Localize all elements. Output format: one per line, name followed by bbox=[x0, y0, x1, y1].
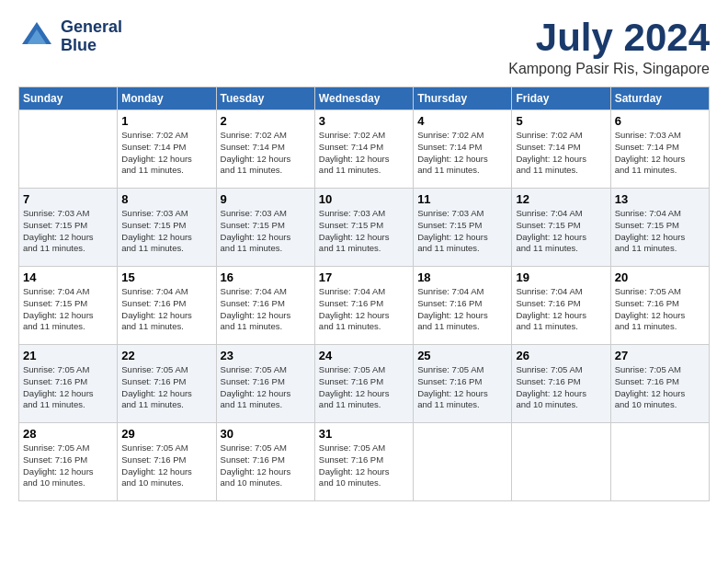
day-number: 11 bbox=[417, 192, 507, 206]
day-number: 19 bbox=[516, 270, 606, 284]
day-info: Sunrise: 7:04 AM Sunset: 7:16 PM Dayligh… bbox=[121, 286, 211, 333]
day-info: Sunrise: 7:05 AM Sunset: 7:16 PM Dayligh… bbox=[23, 364, 113, 411]
calendar-day-cell: 14Sunrise: 7:04 AM Sunset: 7:15 PM Dayli… bbox=[19, 267, 118, 345]
day-info: Sunrise: 7:03 AM Sunset: 7:14 PM Dayligh… bbox=[615, 130, 705, 177]
calendar-header-row: SundayMondayTuesdayWednesdayThursdayFrid… bbox=[19, 87, 710, 110]
calendar-day-cell: 3Sunrise: 7:02 AM Sunset: 7:14 PM Daylig… bbox=[314, 110, 413, 189]
day-number: 17 bbox=[319, 270, 409, 284]
day-info: Sunrise: 7:04 AM Sunset: 7:16 PM Dayligh… bbox=[319, 286, 409, 333]
calendar-day-cell: 6Sunrise: 7:03 AM Sunset: 7:14 PM Daylig… bbox=[610, 110, 709, 189]
day-info: Sunrise: 7:03 AM Sunset: 7:15 PM Dayligh… bbox=[23, 208, 113, 255]
calendar-day-cell: 31Sunrise: 7:05 AM Sunset: 7:16 PM Dayli… bbox=[314, 423, 413, 501]
day-info: Sunrise: 7:02 AM Sunset: 7:14 PM Dayligh… bbox=[417, 130, 507, 177]
day-number: 26 bbox=[516, 349, 606, 362]
day-number: 4 bbox=[417, 114, 507, 128]
day-number: 29 bbox=[121, 427, 211, 441]
day-info: Sunrise: 7:03 AM Sunset: 7:15 PM Dayligh… bbox=[221, 208, 311, 255]
logo: General Blue bbox=[18, 18, 122, 55]
calendar-week-row: 7Sunrise: 7:03 AM Sunset: 7:15 PM Daylig… bbox=[19, 189, 710, 267]
calendar-day-cell: 13Sunrise: 7:04 AM Sunset: 7:15 PM Dayli… bbox=[610, 189, 709, 267]
calendar-day-cell: 26Sunrise: 7:05 AM Sunset: 7:16 PM Dayli… bbox=[512, 345, 610, 423]
location-title: Kampong Pasir Ris, Singapore bbox=[508, 61, 710, 77]
day-number: 25 bbox=[417, 349, 507, 362]
day-number: 15 bbox=[121, 270, 211, 284]
day-info: Sunrise: 7:05 AM Sunset: 7:16 PM Dayligh… bbox=[615, 364, 705, 411]
day-info: Sunrise: 7:05 AM Sunset: 7:16 PM Dayligh… bbox=[319, 364, 409, 411]
day-number: 28 bbox=[23, 427, 113, 441]
calendar-day-cell: 15Sunrise: 7:04 AM Sunset: 7:16 PM Dayli… bbox=[118, 267, 216, 345]
calendar-day-cell: 7Sunrise: 7:03 AM Sunset: 7:15 PM Daylig… bbox=[19, 189, 118, 267]
calendar-day-cell: 16Sunrise: 7:04 AM Sunset: 7:16 PM Dayli… bbox=[216, 267, 314, 345]
day-info: Sunrise: 7:04 AM Sunset: 7:15 PM Dayligh… bbox=[23, 286, 113, 333]
day-info: Sunrise: 7:03 AM Sunset: 7:15 PM Dayligh… bbox=[417, 208, 507, 255]
day-number: 3 bbox=[319, 114, 409, 128]
day-number: 7 bbox=[23, 192, 113, 206]
day-info: Sunrise: 7:05 AM Sunset: 7:16 PM Dayligh… bbox=[121, 364, 211, 411]
title-block: July 2024 Kampong Pasir Ris, Singapore bbox=[508, 18, 710, 77]
calendar-day-cell: 5Sunrise: 7:02 AM Sunset: 7:14 PM Daylig… bbox=[512, 110, 610, 189]
day-info: Sunrise: 7:05 AM Sunset: 7:16 PM Dayligh… bbox=[221, 442, 311, 489]
calendar-day-cell: 27Sunrise: 7:05 AM Sunset: 7:16 PM Dayli… bbox=[610, 345, 709, 423]
day-number: 27 bbox=[615, 349, 705, 362]
day-number: 18 bbox=[417, 270, 507, 284]
day-number: 30 bbox=[221, 427, 311, 441]
calendar-day-cell bbox=[19, 110, 118, 189]
calendar-day-cell: 18Sunrise: 7:04 AM Sunset: 7:16 PM Dayli… bbox=[414, 267, 512, 345]
calendar-day-cell: 11Sunrise: 7:03 AM Sunset: 7:15 PM Dayli… bbox=[414, 189, 512, 267]
day-number: 8 bbox=[121, 192, 211, 206]
day-number: 2 bbox=[221, 114, 311, 128]
calendar-week-row: 14Sunrise: 7:04 AM Sunset: 7:15 PM Dayli… bbox=[19, 267, 710, 345]
calendar-day-cell bbox=[512, 423, 610, 501]
calendar-day-cell: 2Sunrise: 7:02 AM Sunset: 7:14 PM Daylig… bbox=[216, 110, 314, 189]
day-number: 5 bbox=[516, 114, 606, 128]
day-info: Sunrise: 7:04 AM Sunset: 7:15 PM Dayligh… bbox=[615, 208, 705, 255]
day-number: 10 bbox=[319, 192, 409, 206]
calendar-day-cell: 19Sunrise: 7:04 AM Sunset: 7:16 PM Dayli… bbox=[512, 267, 610, 345]
day-number: 6 bbox=[615, 114, 705, 128]
calendar-day-cell: 22Sunrise: 7:05 AM Sunset: 7:16 PM Dayli… bbox=[118, 345, 216, 423]
day-number: 13 bbox=[615, 192, 705, 206]
weekday-header: Sunday bbox=[19, 87, 118, 110]
calendar-day-cell bbox=[610, 423, 709, 501]
calendar-day-cell: 1Sunrise: 7:02 AM Sunset: 7:14 PM Daylig… bbox=[118, 110, 216, 189]
day-number: 24 bbox=[319, 349, 409, 362]
calendar-day-cell bbox=[414, 423, 512, 501]
day-number: 16 bbox=[221, 270, 311, 284]
calendar-day-cell: 9Sunrise: 7:03 AM Sunset: 7:15 PM Daylig… bbox=[216, 189, 314, 267]
day-number: 22 bbox=[121, 349, 211, 362]
day-info: Sunrise: 7:05 AM Sunset: 7:16 PM Dayligh… bbox=[319, 442, 409, 489]
day-info: Sunrise: 7:05 AM Sunset: 7:16 PM Dayligh… bbox=[23, 442, 113, 489]
logo-text: General Blue bbox=[61, 18, 122, 55]
weekday-header: Friday bbox=[512, 87, 610, 110]
day-info: Sunrise: 7:03 AM Sunset: 7:15 PM Dayligh… bbox=[319, 208, 409, 255]
day-info: Sunrise: 7:05 AM Sunset: 7:16 PM Dayligh… bbox=[417, 364, 507, 411]
weekday-header: Thursday bbox=[414, 87, 512, 110]
day-number: 23 bbox=[221, 349, 311, 362]
day-info: Sunrise: 7:05 AM Sunset: 7:16 PM Dayligh… bbox=[615, 286, 705, 333]
calendar-day-cell: 17Sunrise: 7:04 AM Sunset: 7:16 PM Dayli… bbox=[314, 267, 413, 345]
calendar-day-cell: 12Sunrise: 7:04 AM Sunset: 7:15 PM Dayli… bbox=[512, 189, 610, 267]
day-number: 9 bbox=[221, 192, 311, 206]
calendar-day-cell: 29Sunrise: 7:05 AM Sunset: 7:16 PM Dayli… bbox=[118, 423, 216, 501]
day-info: Sunrise: 7:04 AM Sunset: 7:16 PM Dayligh… bbox=[221, 286, 311, 333]
page-header: General Blue July 2024 Kampong Pasir Ris… bbox=[18, 18, 710, 77]
day-info: Sunrise: 7:02 AM Sunset: 7:14 PM Dayligh… bbox=[221, 130, 311, 177]
weekday-header: Wednesday bbox=[314, 87, 413, 110]
calendar-day-cell: 10Sunrise: 7:03 AM Sunset: 7:15 PM Dayli… bbox=[314, 189, 413, 267]
day-number: 12 bbox=[516, 192, 606, 206]
calendar-week-row: 21Sunrise: 7:05 AM Sunset: 7:16 PM Dayli… bbox=[19, 345, 710, 423]
weekday-header: Saturday bbox=[610, 87, 709, 110]
month-title: July 2024 bbox=[508, 18, 710, 57]
calendar-day-cell: 30Sunrise: 7:05 AM Sunset: 7:16 PM Dayli… bbox=[216, 423, 314, 501]
day-info: Sunrise: 7:04 AM Sunset: 7:16 PM Dayligh… bbox=[516, 286, 606, 333]
day-info: Sunrise: 7:02 AM Sunset: 7:14 PM Dayligh… bbox=[319, 130, 409, 177]
day-info: Sunrise: 7:02 AM Sunset: 7:14 PM Dayligh… bbox=[516, 130, 606, 177]
day-info: Sunrise: 7:05 AM Sunset: 7:16 PM Dayligh… bbox=[516, 364, 606, 411]
day-info: Sunrise: 7:04 AM Sunset: 7:16 PM Dayligh… bbox=[417, 286, 507, 333]
day-number: 31 bbox=[319, 427, 409, 441]
calendar-day-cell: 8Sunrise: 7:03 AM Sunset: 7:15 PM Daylig… bbox=[118, 189, 216, 267]
day-info: Sunrise: 7:05 AM Sunset: 7:16 PM Dayligh… bbox=[221, 364, 311, 411]
day-info: Sunrise: 7:02 AM Sunset: 7:14 PM Dayligh… bbox=[121, 130, 211, 177]
calendar-day-cell: 28Sunrise: 7:05 AM Sunset: 7:16 PM Dayli… bbox=[19, 423, 118, 501]
logo-icon bbox=[18, 18, 55, 55]
